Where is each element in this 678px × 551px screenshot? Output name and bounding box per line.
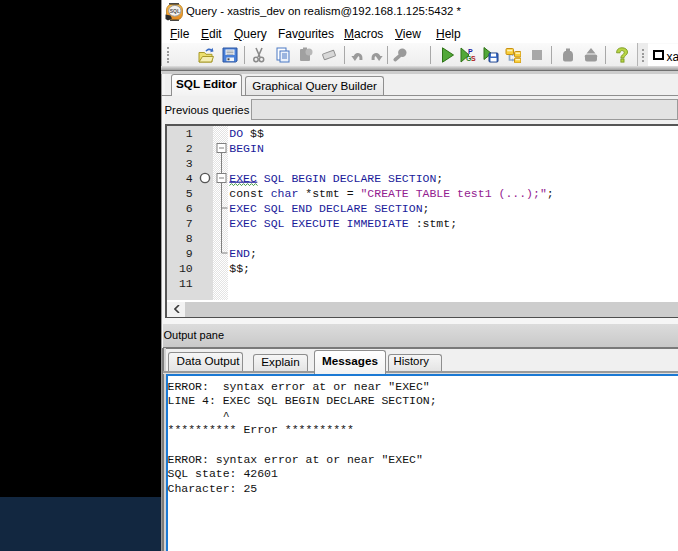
svg-text:SQL: SQL [170,8,180,14]
svg-text:P: P [468,48,473,55]
svg-text:S: S [471,55,476,62]
